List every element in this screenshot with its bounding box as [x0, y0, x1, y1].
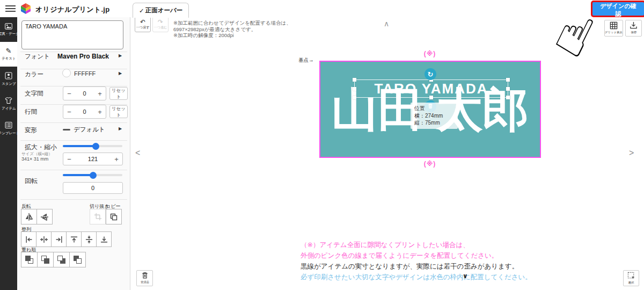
save-button-label: 保存	[631, 30, 636, 34]
divider	[20, 52, 127, 52]
send-to-back-button[interactable]	[69, 252, 86, 267]
bring-forward-button[interactable]	[37, 252, 54, 267]
selection-handle[interactable]	[506, 96, 510, 99]
redo-button[interactable]: ↷ 一つ進む	[152, 16, 169, 32]
scale-minus-button[interactable]: −	[63, 155, 75, 163]
grid-toggle-button[interactable]: グリッド表示	[604, 20, 623, 37]
divider	[20, 199, 127, 200]
collapse-chevron-icon[interactable]: ∧	[380, 19, 393, 28]
image-icon	[5, 23, 12, 30]
selection-handle[interactable]	[429, 96, 433, 99]
selection-handle[interactable]	[353, 78, 356, 82]
letter-spacing-minus-button[interactable]: −	[63, 90, 75, 98]
menu-icon[interactable]	[5, 5, 16, 12]
color-expand-icon[interactable]: ▶	[119, 71, 122, 76]
undo-button[interactable]: ↶ 一つ戻す	[135, 16, 151, 32]
divider	[20, 69, 127, 69]
template-icon	[5, 121, 12, 129]
notes-chevron-icon: ∨	[463, 272, 468, 280]
font-value[interactable]: Maven Pro Black	[52, 53, 115, 60]
transform-expand-icon[interactable]: ▶	[119, 126, 122, 131]
color-value: FFFFFF	[74, 70, 96, 77]
sidebar: 写真・データ ✎ テキスト スタンプ アイテム	[0, 17, 17, 290]
redo-label: 一つ進む	[154, 25, 167, 30]
line-spacing-minus-button[interactable]: −	[63, 108, 75, 116]
selected-text-element[interactable]: TARO YAMADA	[354, 79, 508, 98]
flip-vertical-button[interactable]	[36, 209, 53, 224]
selection-handle[interactable]	[506, 78, 510, 82]
font-row-label: フォント	[25, 53, 50, 61]
scale-slider-knob[interactable]	[92, 143, 99, 150]
sidebar-item-stamp[interactable]: スタンプ	[0, 67, 17, 91]
rotate-handle[interactable]: ↻	[425, 68, 436, 80]
letter-spacing-plus-button[interactable]: +	[94, 90, 106, 98]
line-spacing-stepper: − 0 +	[63, 105, 106, 119]
transform-value[interactable]: デフォルト	[74, 126, 105, 134]
send-to-back-icon	[74, 256, 82, 264]
print-notes: （※）アイテム全面に隙間なくプリントしたい場合は、 外側のピンク色の線まで届くよ…	[301, 240, 532, 282]
align-top-button[interactable]	[66, 231, 82, 247]
letter-spacing-value[interactable]: 0	[75, 90, 94, 97]
select-area-button[interactable]: 選択	[623, 270, 639, 286]
copy-button[interactable]	[106, 209, 122, 224]
align-left-button[interactable]	[21, 231, 36, 247]
flip-horizontal-button[interactable]	[21, 209, 37, 224]
letter-spacing-stepper: − 0 +	[63, 86, 106, 100]
scale-plus-button[interactable]: +	[111, 155, 122, 163]
sidebar-item-label: アイテム	[2, 106, 16, 111]
copy-icon	[109, 213, 118, 221]
align-button-group	[21, 231, 112, 247]
align-bottom-button[interactable]	[96, 231, 112, 247]
scale-size-value: 341× 31 mm	[21, 156, 48, 162]
sidebar-item-label: スタンプ	[2, 81, 16, 86]
logo-cube-icon[interactable]	[19, 2, 32, 15]
nav-left-arrow[interactable]: <	[135, 148, 140, 158]
selection-handle[interactable]	[353, 87, 356, 91]
app-title: オリジナルプリント.jp	[35, 5, 110, 15]
bleed-marker-bottom: (※)	[408, 160, 452, 168]
selection-handle[interactable]	[506, 87, 510, 91]
color-swatch[interactable]	[62, 69, 71, 77]
bring-to-front-button[interactable]	[21, 252, 38, 267]
align-center-horizontal-button[interactable]	[36, 231, 52, 247]
sidebar-item-item[interactable]: アイテム	[0, 91, 17, 116]
processing-note-line: ※加工時の解像度：200dpi	[173, 32, 291, 39]
align-middle-vertical-button[interactable]	[81, 231, 97, 247]
tab-front-over[interactable]: ✓ 正面オーバー	[133, 3, 189, 18]
position-tooltip-title: 位置	[414, 105, 454, 112]
line-spacing-reset-button[interactable]: リセット	[109, 105, 128, 118]
selection-handle[interactable]	[353, 96, 356, 99]
note-line-pink: （※）アイテム全面に隙間なくプリントしたい場合は、	[301, 240, 532, 250]
position-tooltip: 位置 横：274mm 縦：75mm	[411, 103, 458, 129]
clear-all-button[interactable]: 全消去	[136, 270, 153, 286]
grid-icon	[610, 21, 618, 30]
rotation-value[interactable]: 0	[63, 182, 123, 194]
sidebar-item-label: 写真・データ	[0, 31, 19, 36]
sidebar-item-text[interactable]: ✎ テキスト	[0, 42, 17, 67]
sidebar-item-template[interactable]: テンプレート	[0, 116, 17, 141]
line-spacing-plus-button[interactable]: +	[94, 108, 106, 116]
transform-label: 変形	[25, 126, 37, 134]
line-spacing-value[interactable]: 0	[75, 108, 94, 115]
font-expand-icon[interactable]: ▶	[119, 53, 122, 58]
rotation-slider-knob[interactable]	[90, 172, 97, 179]
align-right-button[interactable]	[51, 231, 67, 247]
design-canvas[interactable]: 山田 太郎 ↻ TARO YAMADA 位置 横：274mm 縦：75mm	[319, 61, 541, 158]
align-left-icon	[25, 235, 33, 244]
select-area-icon	[627, 272, 635, 280]
letter-spacing-reset-button[interactable]: リセット	[109, 87, 128, 100]
rotation-slider[interactable]	[63, 174, 122, 176]
design-confirm-button[interactable]: デザインの確認	[592, 2, 644, 16]
tshirt-icon	[5, 97, 12, 104]
bring-forward-icon	[41, 256, 49, 264]
sidebar-item-photo-data[interactable]: 写真・データ	[0, 17, 17, 42]
save-button[interactable]: 保存	[625, 20, 642, 37]
text-content-input[interactable]: TARO YAMADA	[21, 20, 123, 49]
send-backward-button[interactable]	[53, 252, 70, 267]
design-text-english[interactable]: TARO YAMADA	[355, 80, 508, 97]
scale-label: 拡大・縮小	[25, 143, 57, 152]
header: オリジナルプリント.jp デザインの確認	[0, 0, 644, 17]
scale-slider[interactable]	[63, 145, 122, 147]
scale-value[interactable]: 121	[75, 156, 111, 162]
nav-right-arrow[interactable]: >	[629, 148, 634, 158]
